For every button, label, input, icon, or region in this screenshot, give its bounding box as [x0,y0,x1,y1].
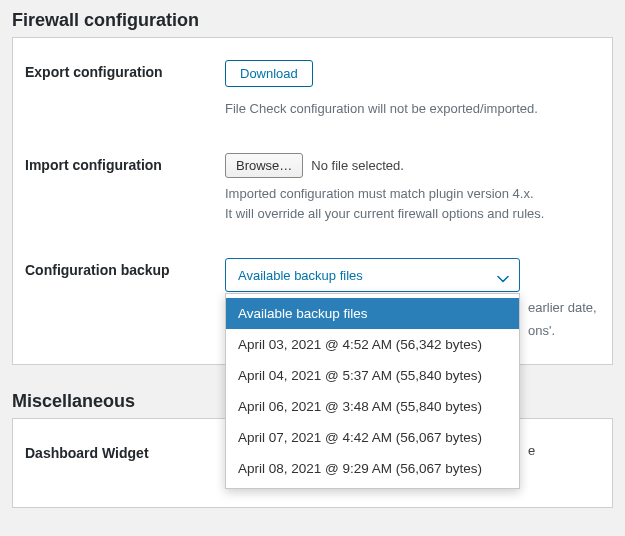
backup-option[interactable]: April 04, 2021 @ 5:37 AM (55,840 bytes) [226,360,519,391]
import-hint-1: Imported configuration must match plugin… [225,184,600,204]
file-status: No file selected. [311,158,404,173]
backup-label: Configuration backup [25,258,225,278]
download-button[interactable]: Download [225,60,313,87]
widget-label: Dashboard Widget [25,441,225,461]
export-hint: File Check configuration will not be exp… [225,99,600,119]
export-label: Export configuration [25,60,225,80]
backup-option[interactable]: April 03, 2021 @ 4:52 AM (56,342 bytes) [226,329,519,360]
import-hint-2: It will override all your current firewa… [225,204,600,224]
chevron-down-icon [497,271,509,279]
backup-select[interactable]: Available backup files [225,258,520,292]
import-row: Import configuration Browse… No file sel… [25,145,600,232]
backup-row: Configuration backup Available backup fi… [25,250,600,350]
browse-button[interactable]: Browse… [225,153,303,178]
backup-option[interactable]: April 07, 2021 @ 4:42 AM (56,067 bytes) [226,422,519,453]
import-label: Import configuration [25,153,225,173]
firewall-panel: Export configuration Download File Check… [12,37,613,365]
backup-option[interactable]: Available backup files [226,298,519,329]
firewall-section-title: Firewall configuration [12,10,613,31]
export-row: Export configuration Download File Check… [25,52,600,127]
backup-select-value: Available backup files [238,268,363,283]
backup-option[interactable]: April 08, 2021 @ 9:29 AM (56,067 bytes) [226,453,519,484]
backup-dropdown[interactable]: Available backup files April 03, 2021 @ … [225,293,520,489]
backup-option[interactable]: April 06, 2021 @ 3:48 AM (55,840 bytes) [226,391,519,422]
